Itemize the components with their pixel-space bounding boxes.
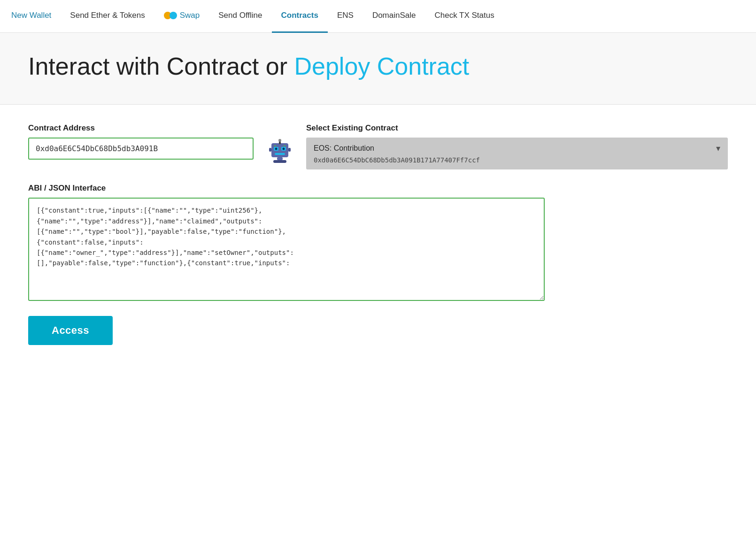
- select-contract-label: Select Existing Contract: [306, 123, 728, 133]
- svg-rect-15: [284, 145, 285, 146]
- svg-rect-11: [288, 148, 291, 152]
- contract-address-label: Contract Address: [28, 123, 254, 133]
- nav-item-contracts[interactable]: Contracts: [272, 0, 328, 33]
- nav-item-send-ether[interactable]: Send Ether & Tokens: [61, 0, 154, 33]
- nav-item-domain-sale[interactable]: DomainSale: [363, 0, 425, 33]
- svg-rect-13: [273, 160, 286, 163]
- contract-address-block: Contract Address: [28, 123, 254, 160]
- svg-rect-12: [277, 157, 283, 160]
- abi-label: ABI / JSON Interface: [28, 184, 728, 193]
- nav-item-swap[interactable]: Swap: [154, 0, 209, 33]
- abi-section: ABI / JSON Interface [{"constant":true,"…: [28, 184, 728, 303]
- main-content: Contract Address: [0, 105, 756, 364]
- hero-title-or: or: [266, 53, 294, 80]
- hero-title: Interact with Contract or Deploy Contrac…: [28, 52, 728, 81]
- navbar: New Wallet Send Ether & Tokens Swap Send…: [0, 0, 756, 33]
- contract-select-address: 0xd0a6E6C54DbC68Db5db3A091B171A77407Ff7c…: [306, 155, 728, 169]
- robot-icon: [268, 138, 292, 163]
- contract-address-input[interactable]: [28, 138, 254, 160]
- nav-item-check-tx[interactable]: Check TX Status: [425, 0, 503, 33]
- avatar: [268, 138, 292, 165]
- swap-icon: [164, 10, 177, 21]
- chevron-down-icon: ▾: [716, 143, 720, 154]
- svg-point-7: [275, 148, 278, 150]
- contract-select-dropdown[interactable]: EOS: Contribution ▾ 0xd0a6E6C54DbC68Db5d…: [306, 138, 728, 169]
- hero-title-black: Interact with Contract: [28, 53, 259, 80]
- nav-item-send-offline[interactable]: Send Offline: [209, 0, 271, 33]
- select-contract-block: Select Existing Contract EOS: Contributi…: [306, 123, 728, 169]
- hero-title-blue[interactable]: Deploy Contract: [294, 53, 469, 80]
- svg-point-1: [170, 12, 177, 19]
- abi-textarea[interactable]: [{"constant":true,"inputs":[{"name":"","…: [28, 198, 545, 301]
- access-button[interactable]: Access: [28, 316, 113, 345]
- contract-form-section: Contract Address: [28, 123, 728, 169]
- svg-rect-14: [274, 145, 276, 146]
- svg-point-4: [278, 139, 281, 142]
- svg-rect-9: [275, 153, 285, 155]
- nav-item-new-wallet[interactable]: New Wallet: [11, 0, 61, 33]
- svg-point-8: [283, 148, 285, 150]
- hero-section: Interact with Contract or Deploy Contrac…: [0, 33, 756, 105]
- svg-rect-10: [269, 148, 271, 152]
- nav-item-ens[interactable]: ENS: [328, 0, 363, 33]
- contract-select-name: EOS: Contribution ▾: [306, 138, 728, 155]
